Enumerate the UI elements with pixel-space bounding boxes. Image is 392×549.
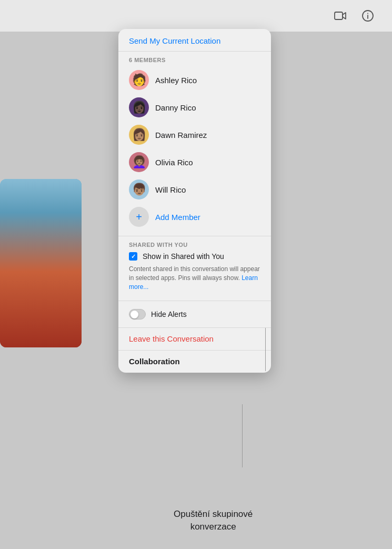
- add-member-item[interactable]: + Add Member: [118, 203, 271, 231]
- avatar-ashley: 🧑: [129, 70, 149, 90]
- shared-with-you-label: SHARED WITH YOU: [118, 242, 271, 252]
- send-location-link[interactable]: Send My Current Location: [129, 36, 220, 45]
- collaboration-section: Collaboration: [118, 351, 271, 373]
- info-icon[interactable]: [359, 7, 376, 24]
- show-shared-row: Show in Shared with You: [118, 252, 271, 265]
- hide-alerts-section: Hide Alerts: [118, 301, 271, 328]
- annotation-text: Opuštění skupinové konverzace: [174, 508, 253, 533]
- annotation-line2: konverzace: [174, 521, 253, 533]
- photo-background: [0, 179, 82, 347]
- svg-point-3: [367, 13, 368, 14]
- shared-with-you-section: SHARED WITH YOU Show in Shared with You …: [118, 236, 271, 301]
- svg-rect-0: [335, 12, 343, 19]
- member-name-danny: Danny Rico: [155, 103, 196, 112]
- avatar-olivia: 👩🏽‍🦱: [129, 152, 149, 172]
- annotation-line: [265, 328, 266, 371]
- details-popup: Send My Current Location 6 MEMBERS 🧑 Ash…: [118, 29, 271, 373]
- member-name-ashley: Ashley Rico: [155, 76, 197, 85]
- members-section: 6 MEMBERS 🧑 Ashley Rico 👩🏿 Danny Rico 👩🏽…: [118, 52, 271, 236]
- member-will[interactable]: 👦🏽 Will Rico: [118, 176, 271, 203]
- member-name-dawn: Dawn Ramirez: [155, 131, 207, 139]
- hide-alerts-row: Hide Alerts: [118, 306, 271, 322]
- member-ashley[interactable]: 🧑 Ashley Rico: [118, 66, 271, 94]
- annotation-connector-line: [242, 404, 243, 467]
- member-name-will: Will Rico: [155, 185, 186, 194]
- leave-section: Leave this Conversation: [118, 328, 271, 351]
- collaboration-title: Collaboration: [129, 357, 180, 366]
- photo-figure: [0, 179, 82, 347]
- avatar-dawn: 👩🏽: [129, 125, 149, 145]
- add-member-icon: +: [129, 207, 149, 227]
- avatar-will: 👦🏽: [129, 179, 149, 199]
- member-danny[interactable]: 👩🏿 Danny Rico: [118, 94, 271, 121]
- send-location-section: Send My Current Location: [118, 29, 271, 52]
- hide-alerts-label: Hide Alerts: [151, 310, 187, 318]
- show-shared-label: Show in Shared with You: [143, 252, 224, 261]
- member-olivia[interactable]: 👩🏽‍🦱 Olivia Rico: [118, 148, 271, 176]
- leave-conversation-link[interactable]: Leave this Conversation: [129, 334, 214, 343]
- show-shared-checkbox[interactable]: [129, 252, 137, 261]
- add-member-label: Add Member: [155, 213, 200, 222]
- video-call-icon[interactable]: [332, 7, 349, 24]
- member-name-olivia: Olivia Rico: [155, 158, 193, 167]
- avatar-danny: 👩🏿: [129, 97, 149, 117]
- header-bar: [0, 0, 392, 32]
- shared-description: Content shared in this conversation will…: [118, 265, 271, 295]
- annotation-line1: Opuštění skupinové: [174, 508, 253, 521]
- members-label: 6 MEMBERS: [118, 57, 271, 66]
- hide-alerts-toggle[interactable]: [129, 309, 146, 320]
- member-dawn[interactable]: 👩🏽 Dawn Ramirez: [118, 121, 271, 148]
